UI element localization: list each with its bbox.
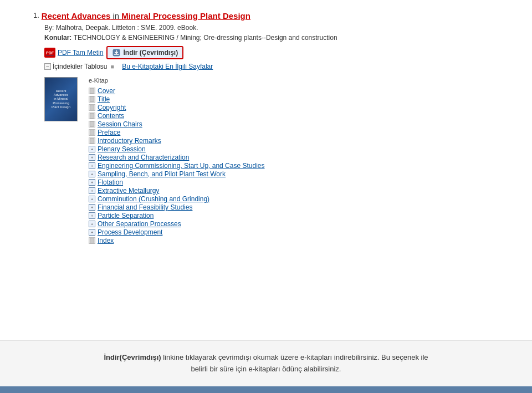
toc-right-section: e-Kitap CoverTitleCopyrightContentsSessi… — [89, 77, 265, 244]
page-icon — [89, 129, 95, 136]
toc-item-label[interactable]: Contents — [98, 112, 124, 120]
footer-note: İndir(Çevrimdışı) linkine tıklayarak çev… — [0, 340, 532, 386]
plus-icon: + — [89, 196, 95, 202]
toc-item-label[interactable]: Flotation — [98, 178, 123, 186]
toc-item-label[interactable]: Title — [98, 95, 110, 103]
page-icon — [89, 137, 95, 144]
main-content: 1. Recent Advances in Mineral Processing… — [0, 0, 532, 340]
toc-item-label[interactable]: Engineering Commissioning, Start Up, and… — [98, 162, 265, 170]
toc-item: +Sampling, Bench, and Pilot Plant Test W… — [89, 170, 265, 178]
plus-icon: + — [89, 146, 95, 152]
footer-bar — [0, 386, 532, 393]
toc-item-label[interactable]: Process Development — [98, 228, 162, 236]
toc-item: +Engineering Commissioning, Start Up, an… — [89, 162, 265, 170]
plus-icon: + — [89, 179, 95, 186]
toc-item-label[interactable]: Particle Separation — [98, 212, 154, 220]
plus-icon: + — [89, 221, 95, 227]
related-link[interactable]: Bu e-Kitaptaki En İlgili Sayfalar — [122, 63, 213, 70]
toc-toggle[interactable]: − İçindekiler Tablosu — [44, 63, 108, 70]
toc-item-label[interactable]: Copyright — [98, 104, 126, 111]
toc-item: +Comminution (Crushing and Grinding) — [89, 195, 265, 203]
download-button[interactable]: İndir (Çevrimdışı) — [106, 46, 183, 59]
download-label: İndir (Çevrimdışı) — [123, 49, 178, 57]
page-icon — [89, 104, 95, 111]
topics-label: Konular: — [44, 34, 74, 42]
plus-icon: + — [89, 154, 95, 161]
toc-item-label[interactable]: Extractive Metallurgy — [98, 187, 159, 195]
footer-bold: İndir(Çevrimdışı) — [104, 353, 161, 361]
separator: ■ — [111, 63, 115, 70]
svg-rect-6 — [90, 122, 94, 127]
toc-item: +Flotation — [89, 178, 265, 186]
toc-item: Introductory Remarks — [89, 137, 265, 145]
page-wrapper: 1. Recent Advances in Mineral Processing… — [0, 0, 532, 393]
toc-item-label[interactable]: Preface — [98, 129, 120, 136]
result-number: 1. — [33, 11, 39, 19]
toc-item: Index — [89, 237, 265, 244]
ebook-label: e-Kitap — [89, 77, 108, 84]
toc-item-label[interactable]: Other Separation Processes — [98, 220, 181, 228]
toc-item: Preface — [89, 129, 265, 136]
result-topics: Konular: TECHNOLOGY & ENGINEERING / Mini… — [44, 34, 510, 42]
toc-item: Cover — [89, 87, 265, 95]
toc-item: +Extractive Metallurgy — [89, 187, 265, 195]
toc-item: +Research and Characterization — [89, 154, 265, 161]
page-icon — [89, 88, 95, 94]
toc-item: +Process Development — [89, 228, 265, 236]
toc-item: Contents — [89, 112, 265, 120]
toc-item-label[interactable]: Cover — [98, 87, 115, 95]
toc-item: +Other Separation Processes — [89, 220, 265, 228]
pdf-label: PDF Tam Metin — [58, 49, 103, 57]
toc-item-label[interactable]: Research and Characterization — [98, 154, 189, 161]
footer-text2: belirli bir süre için e-kitapları ödünç … — [191, 365, 341, 373]
download-icon — [112, 48, 121, 57]
result-item: 1. Recent Advances in Mineral Processing… — [33, 11, 510, 244]
toc-item: Session Chairs — [89, 120, 265, 128]
toc-item-label[interactable]: Financial and Feasibility Studies — [98, 203, 192, 211]
toc-item-label[interactable]: Index — [98, 237, 114, 244]
toc-items: CoverTitleCopyrightContentsSession Chair… — [89, 87, 265, 244]
buttons-row: PDF PDF Tam Metin İndir (Çevrimdışı) — [44, 46, 510, 59]
toc-item-label[interactable]: Sampling, Bench, and Pilot Plant Test Wo… — [98, 170, 226, 178]
page-icon — [89, 96, 95, 103]
pdf-button[interactable]: PDF PDF Tam Metin — [44, 48, 103, 58]
svg-rect-4 — [90, 105, 94, 110]
plus-icon: + — [89, 171, 95, 177]
title-middle: in — [110, 11, 121, 21]
svg-rect-2 — [90, 89, 94, 94]
toc-item: +Particle Separation — [89, 212, 265, 220]
book-cover: RecentAdvancesin MineralProcessingPlant … — [44, 77, 78, 121]
footer-text1: linkine tıklayarak çevrimdışı okumak üze… — [161, 353, 428, 361]
toc-row: − İçindekiler Tablosu ■ Bu e-Kitaptaki E… — [44, 63, 510, 70]
toc-item: Title — [89, 95, 265, 103]
toc-item: +Financial and Feasibility Studies — [89, 203, 265, 211]
result-title-link[interactable]: Recent Advances in Mineral Processing Pl… — [42, 11, 250, 21]
svg-rect-5 — [90, 114, 94, 119]
svg-rect-8 — [90, 139, 94, 144]
toc-item: +Plenary Session — [89, 145, 265, 153]
svg-rect-7 — [90, 130, 94, 135]
toc-item-label[interactable]: Plenary Session — [98, 145, 146, 153]
toc-item-label[interactable]: Introductory Remarks — [98, 137, 161, 145]
plus-icon: + — [89, 204, 95, 211]
toc-label: İçindekiler Tablosu — [53, 63, 108, 70]
title-prefix: Recent Advances — [42, 11, 111, 21]
plus-icon: + — [89, 162, 95, 169]
minus-icon: − — [44, 63, 51, 70]
page-icon — [89, 237, 95, 244]
title-main: Mineral Processing Plant Design — [121, 11, 250, 21]
plus-icon: + — [89, 212, 95, 219]
svg-rect-3 — [90, 97, 94, 102]
book-layout: RecentAdvancesin MineralProcessingPlant … — [44, 77, 510, 244]
toc-item-label[interactable]: Comminution (Crushing and Grinding) — [98, 195, 209, 203]
result-title-line: 1. Recent Advances in Mineral Processing… — [33, 11, 510, 21]
pdf-icon: PDF — [44, 48, 55, 58]
toc-item: Copyright — [89, 104, 265, 111]
page-icon — [89, 121, 95, 127]
svg-rect-9 — [90, 238, 94, 243]
plus-icon: + — [89, 187, 95, 194]
topics-text: TECHNOLOGY & ENGINEERING / Mining; Ore-d… — [74, 34, 337, 42]
book-cover-text: RecentAdvancesin MineralProcessingPlant … — [50, 88, 71, 110]
toc-item-label[interactable]: Session Chairs — [98, 120, 142, 128]
result-meta: By: Malhotra, Deepak. Littleton : SME. 2… — [44, 24, 510, 32]
